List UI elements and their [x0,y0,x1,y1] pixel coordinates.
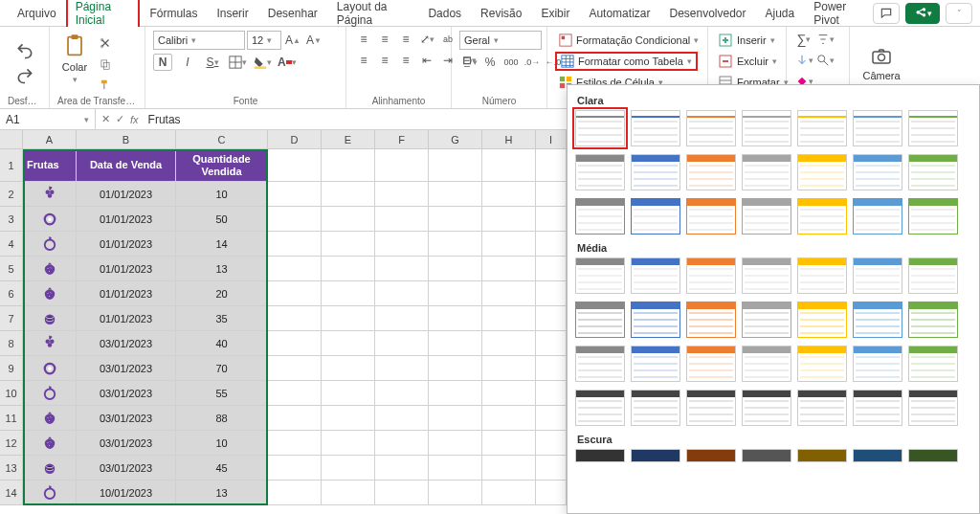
font-name-combo[interactable]: Calibri▾ [153,31,245,50]
cell[interactable] [482,381,536,406]
cell[interactable] [536,281,567,306]
table-style-swatch[interactable] [853,257,902,294]
align-bottom-button[interactable]: ≡ [396,31,415,48]
cell[interactable]: 50 [176,207,268,232]
paste-button[interactable]: Colar▾ [57,31,92,86]
table-style-swatch[interactable] [908,449,958,462]
cell[interactable] [536,306,567,331]
cell[interactable] [375,431,429,456]
cell[interactable] [536,232,567,257]
align-top-button[interactable]: ≡ [354,31,373,48]
cell[interactable] [429,356,482,381]
cell[interactable] [268,149,322,182]
cell[interactable]: 10/01/2023 [77,480,176,505]
cell[interactable] [536,406,567,431]
table-style-swatch[interactable] [631,110,680,146]
table-style-swatch[interactable] [631,346,680,382]
copy-button[interactable] [96,56,115,73]
cell[interactable]: 45 [176,456,268,480]
cell[interactable] [375,406,429,431]
number-format-combo[interactable]: Geral▾ [459,31,542,50]
cell[interactable] [23,257,77,281]
cell[interactable] [322,281,375,306]
tab-review[interactable]: Revisão [471,2,531,25]
row-header[interactable]: 2 [0,182,23,207]
row-header[interactable]: 11 [0,406,23,431]
underline-button[interactable]: S▾ [203,54,222,71]
table-style-swatch[interactable] [631,302,680,338]
align-left-button[interactable]: ≡ [354,52,373,69]
table-style-swatch[interactable] [853,198,902,235]
cell[interactable] [268,182,322,207]
cell[interactable]: 55 [176,381,268,406]
autosum-button[interactable]: ∑▾ [794,31,813,48]
cell[interactable] [375,207,429,232]
row-header[interactable]: 6 [0,281,23,306]
tab-file[interactable]: Arquivo [8,2,66,25]
cell[interactable] [322,431,375,456]
cell[interactable] [482,331,536,356]
cell[interactable] [375,281,429,306]
cell[interactable] [23,480,77,505]
sort-filter-button[interactable]: ▾ [815,31,835,48]
delete-cells-button[interactable]: Excluir▾ [716,52,779,71]
cell[interactable]: 14 [176,232,268,257]
font-color-button[interactable]: A▾ [278,54,297,71]
table-style-swatch[interactable] [853,154,902,190]
table-style-swatch[interactable] [797,302,847,338]
cell[interactable] [268,232,322,257]
table-style-swatch[interactable] [631,257,680,294]
row-header[interactable]: 8 [0,331,23,356]
table-style-swatch[interactable] [575,257,625,294]
table-style-swatch[interactable] [797,154,847,190]
collapse-ribbon-button[interactable]: ˅ [946,3,972,24]
cell[interactable]: 03/01/2023 [77,331,176,356]
cell[interactable] [23,331,77,356]
increase-font-button[interactable]: A▲ [283,32,302,49]
table-style-swatch[interactable] [575,154,625,190]
col-header-g[interactable]: G [429,130,482,149]
cell[interactable] [268,381,322,406]
cell[interactable]: 10 [176,431,268,456]
cell[interactable] [375,257,429,281]
table-style-swatch[interactable] [742,198,791,235]
cell[interactable] [536,381,567,406]
table-style-swatch[interactable] [742,346,791,382]
cell[interactable]: 03/01/2023 [77,406,176,431]
cell[interactable]: 01/01/2023 [77,257,176,281]
cell[interactable] [23,182,77,207]
cell[interactable] [482,257,536,281]
cell[interactable] [482,356,536,381]
cell[interactable] [536,480,567,505]
cell[interactable] [322,232,375,257]
cell[interactable] [482,207,536,232]
tab-developer[interactable]: Desenvolvedor [659,2,755,25]
cell[interactable] [268,331,322,356]
table-style-swatch[interactable] [686,110,736,146]
cell[interactable]: 03/01/2023 [77,456,176,480]
conditional-formatting-button[interactable]: Formatação Condicional▾ [555,31,702,50]
table-style-swatch[interactable] [631,154,680,190]
table-style-swatch[interactable] [686,257,736,294]
tab-automate[interactable]: Automatizar [579,2,659,25]
table-style-swatch[interactable] [853,390,902,426]
format-as-table-button[interactable]: Formatar como Tabela▾ [555,52,698,71]
cell[interactable] [322,182,375,207]
table-style-swatch[interactable] [575,346,625,382]
table-style-swatch[interactable] [908,302,958,338]
fx-icon[interactable]: fx [130,114,139,125]
table-style-swatch[interactable] [686,390,736,426]
italic-button[interactable]: I [178,54,197,71]
table-style-swatch[interactable] [908,390,958,426]
cell[interactable] [429,431,482,456]
undo-button[interactable] [15,42,34,59]
select-all-corner[interactable] [0,130,23,149]
cell[interactable] [268,281,322,306]
cell[interactable]: 70 [176,356,268,381]
cell[interactable] [268,456,322,480]
col-header-i[interactable]: I [536,130,567,149]
table-style-swatch[interactable] [631,390,680,426]
tab-formulas[interactable]: Fórmulas [140,2,207,25]
fill-button[interactable]: ▾ [794,52,813,69]
table-style-swatch[interactable] [742,449,791,462]
